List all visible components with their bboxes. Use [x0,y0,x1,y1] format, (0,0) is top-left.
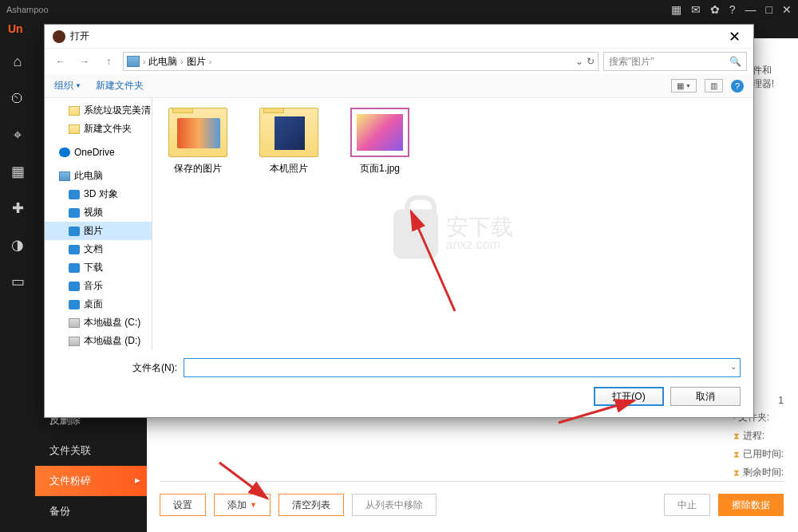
remove-from-list-button[interactable]: 从列表中移除 [352,494,437,516]
sidebar-item-file-assoc[interactable]: 文件关联 [35,435,147,466]
pc-icon [127,56,140,67]
device-icon[interactable]: ⌖ [7,124,28,145]
brand-label: Ashampoo [6,5,49,14]
watermark: 安下载 anxz.com [393,209,513,258]
puzzle-icon[interactable]: ✚ [7,198,28,219]
home-icon[interactable]: ⌂ [7,51,28,72]
image-thumb-icon [350,108,409,157]
documents-icon [69,245,80,254]
tree-item-drive-c[interactable]: 本地磁盘 (C:) [45,313,152,332]
breadcrumb-pictures[interactable]: 图片 [187,55,206,69]
file-list-area[interactable]: 保存的图片 本机照片 页面1.jpg 安下载 anxz.com [152,98,753,350]
tree-item-onedrive[interactable]: OneDrive [45,144,152,160]
gauge-icon[interactable]: ⏲ [7,88,28,108]
folder-thumb-icon [168,108,227,157]
file-label: 保存的图片 [174,162,222,175]
chevron-right-icon: › [180,57,183,66]
dialog-app-icon [53,30,65,43]
tree-item-documents[interactable]: 文档 [45,240,152,258]
file-item-image[interactable]: 页面1.jpg [344,108,416,175]
search-input[interactable]: 搜索"图片" 🔍 [603,52,747,71]
lock-icon [393,209,438,258]
open-button[interactable]: 打开(O) [594,387,664,406]
titlebar-help-icon[interactable]: ? [729,3,736,16]
file-item-folder[interactable]: 保存的图片 [162,108,234,175]
briefcase-icon[interactable]: ▭ [7,271,28,292]
breadcrumb[interactable]: › 此电脑 › 图片 › ⌄ ↻ [123,52,598,71]
titlebar-minimize-icon[interactable]: — [745,3,757,16]
app-logo: Un [8,22,23,35]
sidebar-item-file-shred[interactable]: 文件粉碎 [35,466,147,496]
3d-objects-icon [69,190,80,199]
status-remaining-label: 剩余时间: [743,466,784,479]
tree-item-videos[interactable]: 视频 [45,203,152,222]
dialog-toolbar: 组织▼ 新建文件夹 ▦▼ ▥ ? [45,74,753,98]
dialog-body: 系统垃圾完美清... 新建文件夹 OneDrive 此电脑 3D 对象 视频 图… [45,98,753,350]
folder-tree[interactable]: 系统垃圾完美清... 新建文件夹 OneDrive 此电脑 3D 对象 视频 图… [45,98,152,350]
dialog-nav-row: ← → ↑ › 此电脑 › 图片 › ⌄ ↻ 搜索"图片" 🔍 [45,49,753,74]
caret-down-icon: ▼ [250,501,257,509]
dialog-close-icon[interactable]: ✕ [724,28,745,45]
cancel-button[interactable]: 取消 [670,387,741,406]
chevron-right-icon: › [143,57,145,66]
eye-icon[interactable]: ◑ [7,234,28,255]
tree-item-music[interactable]: 音乐 [45,277,152,295]
clear-list-button[interactable]: 清空列表 [279,494,344,516]
caret-down-icon: ▼ [75,82,81,89]
filename-input[interactable]: ⌄ [184,358,741,377]
grid-icon[interactable]: ▦ [7,161,28,182]
watermark-text: 安下载 [446,216,513,238]
file-item-folder[interactable]: 本机照片 [253,108,325,175]
wipe-data-button[interactable]: 擦除数据 [718,494,784,516]
nav-forward-icon[interactable]: → [75,52,94,71]
nav-up-icon[interactable]: ↑ [99,52,118,71]
app-titlebar: Ashampoo ▦ ✉ ✿ ? — □ ✕ [0,0,798,19]
preview-pane-button[interactable]: ▥ [705,79,723,93]
sidebar-item-backup[interactable]: 备份 [35,496,147,526]
search-icon: 🔍 [729,56,741,67]
tree-item-this-pc[interactable]: 此电脑 [45,167,152,185]
primary-sidebar: ⌂ ⏲ ⌖ ▦ ✚ ◑ ▭ [0,38,35,532]
drive-icon [69,318,80,328]
dropdown-icon[interactable]: ⌄ [730,362,737,371]
status-process-label: 进程: [743,429,764,443]
onedrive-icon [59,148,70,157]
help-icon[interactable]: ? [731,80,744,93]
titlebar-chat-icon[interactable]: ✉ [691,3,701,16]
view-mode-button[interactable]: ▦▼ [671,79,697,93]
chevron-right-icon: › [209,57,211,66]
add-button[interactable]: 添加▼ [214,494,271,516]
breadcrumb-dropdown-icon[interactable]: ⌄ [575,56,583,67]
bottom-toolbar: 设置 添加▼ 清空列表 从列表中移除 中止 擦除数据 [160,481,784,516]
settings-button[interactable]: 设置 [160,494,206,516]
drive-icon [69,337,80,346]
tree-item[interactable]: 系统垃圾完美清... [45,101,152,120]
tree-item-downloads[interactable]: 下载 [45,258,152,277]
titlebar-close-icon[interactable]: ✕ [782,3,792,16]
tree-item[interactable]: 新建文件夹 [45,120,152,138]
hourglass-icon: ⧗ [733,467,740,478]
new-folder-button[interactable]: 新建文件夹 [96,79,144,93]
tree-item-drive-d[interactable]: 本地磁盘 (D:) [45,332,152,350]
file-label: 本机照片 [270,162,308,175]
titlebar-maximize-icon[interactable]: □ [766,3,772,16]
pictures-icon [69,227,80,236]
dialog-titlebar[interactable]: 打开 ✕ [45,25,753,49]
file-open-dialog: 打开 ✕ ← → ↑ › 此电脑 › 图片 › ⌄ ↻ 搜索"图片" 🔍 组织▼… [44,24,754,418]
status-elapsed-label: 已用时间: [743,447,784,461]
file-label: 页面1.jpg [360,162,400,175]
refresh-icon[interactable]: ↻ [587,56,595,67]
tree-item-pictures[interactable]: 图片 [45,222,152,240]
folder-icon [69,106,80,116]
watermark-domain: anxz.com [446,238,513,251]
abort-button[interactable]: 中止 [664,494,710,516]
breadcrumb-this-pc[interactable]: 此电脑 [148,55,177,69]
tree-item-desktop[interactable]: 桌面 [45,295,152,313]
titlebar-gear-icon[interactable]: ✿ [710,3,720,16]
titlebar-app-icon[interactable]: ▦ [671,3,681,16]
nav-back-icon[interactable]: ← [51,52,70,71]
hourglass-icon: ⧗ [733,431,740,441]
tree-item-3d[interactable]: 3D 对象 [45,185,152,203]
organize-menu[interactable]: 组织▼ [54,79,81,93]
videos-icon [69,208,80,218]
